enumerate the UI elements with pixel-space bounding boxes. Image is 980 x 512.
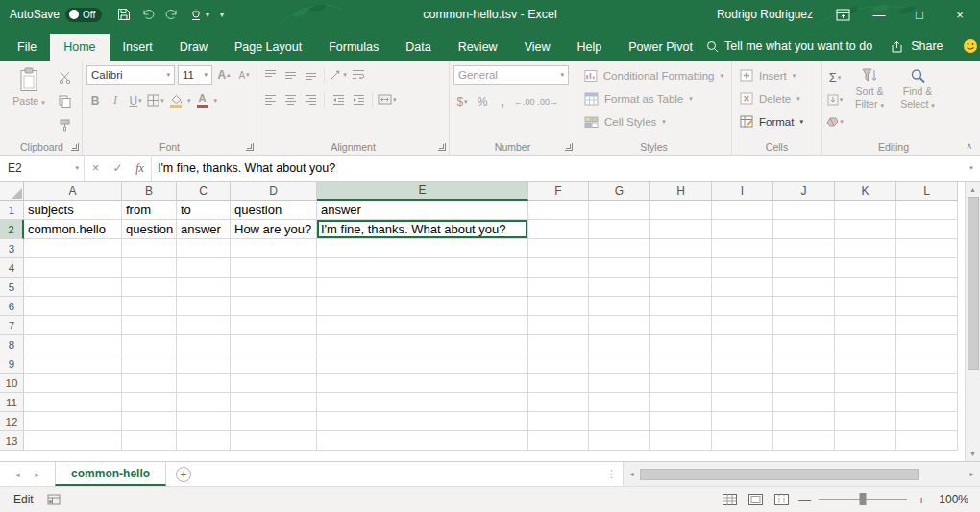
find-select-button[interactable]: Find & Select ▾	[895, 65, 940, 131]
scroll-down-icon[interactable]: ▼	[966, 446, 980, 461]
tell-me-box[interactable]: Tell me what you want to do	[706, 39, 872, 53]
row-header-9[interactable]: 9	[0, 354, 24, 374]
cell-C4[interactable]	[177, 258, 231, 278]
tab-power-pivot[interactable]: Power Pivot	[615, 34, 706, 61]
cell-J7[interactable]	[773, 316, 835, 335]
font-size-combo[interactable]: 11 ▾	[178, 65, 212, 85]
orientation-icon[interactable]: ▾	[330, 65, 347, 84]
cell-E8[interactable]	[317, 335, 528, 354]
paste-button[interactable]: Paste ▾	[6, 65, 52, 134]
cell-K4[interactable]	[835, 258, 896, 278]
row-header-5[interactable]: 5	[0, 278, 24, 297]
cell-B4[interactable]	[122, 258, 177, 278]
cell-G5[interactable]	[589, 278, 650, 297]
minimize-button[interactable]: —	[859, 0, 899, 29]
cell-A5[interactable]	[24, 278, 122, 297]
cell-K7[interactable]	[835, 316, 896, 335]
cell-A1[interactable]: subjects	[24, 201, 122, 220]
cell-F1[interactable]	[528, 201, 589, 220]
ribbon-display-options-icon[interactable]	[826, 0, 859, 29]
cell-L2[interactable]	[896, 220, 958, 239]
cell-I8[interactable]	[712, 335, 773, 354]
tab-view[interactable]: View	[511, 34, 564, 61]
cell-F12[interactable]	[528, 412, 589, 431]
cell-F8[interactable]	[528, 335, 589, 354]
cell-B5[interactable]	[122, 278, 177, 297]
align-center-icon[interactable]	[282, 90, 299, 109]
tab-page-layout[interactable]: Page Layout	[221, 34, 315, 61]
cell-A3[interactable]	[24, 239, 122, 258]
cell-E10[interactable]	[317, 374, 528, 393]
decrease-decimal-icon[interactable]: .00→	[538, 92, 559, 110]
number-dialog-launcher[interactable]	[565, 143, 573, 151]
cell-C10[interactable]	[177, 374, 231, 393]
font-name-combo[interactable]: Calibri ▾	[86, 65, 175, 85]
customize-qat-chevron-icon[interactable]: ▾	[220, 11, 224, 19]
bold-icon[interactable]: B	[86, 91, 104, 110]
cell-C11[interactable]	[177, 393, 231, 412]
cell-K3[interactable]	[835, 239, 896, 258]
cell-L3[interactable]	[896, 239, 958, 258]
font-dialog-launcher[interactable]	[246, 143, 254, 151]
normal-view-button[interactable]	[721, 492, 738, 507]
cell-G6[interactable]	[589, 297, 650, 316]
cell-D5[interactable]	[231, 278, 317, 297]
number-format-combo[interactable]: General ▾	[453, 65, 569, 85]
quick-access-pen-cup-icon[interactable]: ▾	[189, 8, 209, 21]
cell-C6[interactable]	[177, 297, 231, 316]
format-painter-icon[interactable]	[56, 116, 73, 134]
cell-A2[interactable]: common.hello	[24, 220, 122, 239]
cell-L10[interactable]	[896, 374, 958, 393]
cell-D2[interactable]: How are you?	[231, 220, 317, 239]
row-header-4[interactable]: 4	[0, 258, 24, 278]
cell-E11[interactable]	[317, 393, 528, 412]
scroll-left-icon[interactable]: ◂	[624, 462, 640, 486]
collapse-ribbon-icon[interactable]: ∧	[966, 141, 972, 151]
column-header-D[interactable]: D	[231, 182, 317, 201]
copy-icon[interactable]	[56, 92, 73, 110]
cell-L9[interactable]	[896, 354, 958, 374]
increase-indent-icon[interactable]	[350, 90, 367, 109]
wrap-text-icon[interactable]	[350, 65, 367, 84]
fill-color-dropdown-icon[interactable]: ▾	[187, 97, 191, 105]
cell-L11[interactable]	[896, 393, 958, 412]
column-header-H[interactable]: H	[650, 182, 712, 201]
cell-L5[interactable]	[896, 278, 958, 297]
cell-H7[interactable]	[650, 316, 712, 335]
cell-C7[interactable]	[177, 316, 231, 335]
cell-K13[interactable]	[835, 431, 896, 451]
cell-G4[interactable]	[589, 258, 650, 278]
cell-F13[interactable]	[528, 431, 589, 451]
paste-dropdown-icon[interactable]: ▾	[41, 99, 45, 106]
alignment-dialog-launcher[interactable]	[438, 143, 446, 151]
column-header-L[interactable]: L	[896, 182, 958, 201]
cell-K6[interactable]	[835, 297, 896, 316]
vertical-scrollbar[interactable]: ▲ ▼	[965, 182, 980, 461]
cell-L6[interactable]	[896, 297, 958, 316]
cell-C12[interactable]	[177, 412, 231, 431]
column-header-B[interactable]: B	[122, 182, 177, 201]
zoom-level[interactable]: 100%	[936, 493, 968, 506]
row-header-8[interactable]: 8	[0, 335, 24, 354]
fill-icon[interactable]: ▾	[826, 90, 844, 109]
cell-B6[interactable]	[122, 297, 177, 316]
cell-D12[interactable]	[231, 412, 317, 431]
clipboard-dialog-launcher[interactable]	[71, 143, 79, 151]
format-cells-button[interactable]: Format ▾	[736, 111, 818, 132]
cell-E2[interactable]: I'm fine, thanks. What about you?	[317, 220, 528, 239]
cell-K9[interactable]	[835, 354, 896, 374]
cell-F4[interactable]	[528, 258, 589, 278]
cell-D7[interactable]	[231, 316, 317, 335]
formula-bar-expand-icon[interactable]: ▾	[963, 156, 980, 181]
cell-C2[interactable]: answer	[177, 220, 231, 239]
tab-home[interactable]: Home	[50, 34, 109, 61]
cell-B1[interactable]: from	[122, 201, 177, 220]
cell-J6[interactable]	[773, 297, 835, 316]
cell-C1[interactable]: to	[177, 201, 231, 220]
insert-cells-button[interactable]: Insert ▾	[736, 65, 818, 85]
comma-style-icon[interactable]: ,	[494, 92, 511, 110]
cell-J1[interactable]	[773, 201, 835, 220]
decrease-indent-icon[interactable]	[330, 90, 347, 109]
cell-A6[interactable]	[24, 297, 122, 316]
cell-A4[interactable]	[24, 258, 122, 278]
